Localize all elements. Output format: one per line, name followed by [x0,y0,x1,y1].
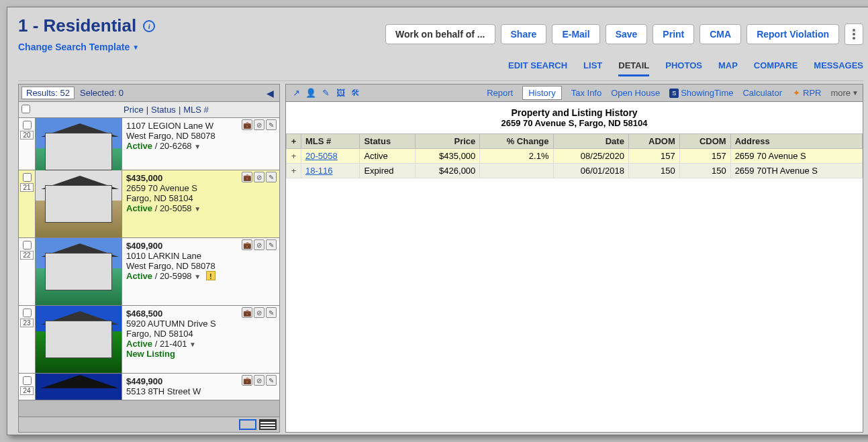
report-tab[interactable]: Report [487,88,513,98]
expand-row-icon[interactable]: + [287,164,301,178]
tab-photos[interactable]: PHOTOS [665,60,702,76]
listing-thumbnail[interactable] [35,374,122,400]
rpr-tab[interactable]: ✦ RPR [791,88,821,98]
block-icon[interactable]: ⊘ [254,172,264,182]
tab-map[interactable]: MAP [718,60,738,76]
caret-down-icon[interactable]: ▼ [189,341,196,348]
listing-address-2: West Fargo, ND 58078 [126,131,275,141]
block-icon[interactable]: ⊘ [254,375,264,386]
col-address[interactable]: Address [730,134,862,149]
view-list-toggle[interactable] [259,419,277,430]
listing-thumbnail[interactable] [35,170,122,237]
external-link-icon[interactable]: ↗ [290,87,302,99]
history-subtitle: 2659 70 Avenue S, Fargo, ND 58104 [286,118,863,128]
history-tab[interactable]: History [522,86,561,100]
save-button[interactable]: Save [606,24,648,44]
share-button[interactable]: Share [501,24,547,44]
change-search-template-link[interactable]: Change Search Template ▼ [18,42,155,52]
listing-address-1: 1010 LARKIN Lane [126,251,275,261]
open-house-tab[interactable]: Open House [611,88,660,98]
tax-info-tab[interactable]: Tax Info [571,88,602,98]
briefcase-icon[interactable]: 💼 [242,307,252,318]
briefcase-icon[interactable]: 💼 [242,239,252,250]
cma-button[interactable]: CMA [700,24,741,44]
email-button[interactable]: E-Mail [552,24,599,44]
block-icon[interactable]: ⊘ [254,307,264,318]
user-icon[interactable]: 👤 [305,87,317,99]
alert-icon[interactable]: ! [206,271,215,280]
briefcase-icon[interactable]: 💼 [242,119,252,130]
select-all-checkbox[interactable] [21,105,30,113]
col-mls[interactable]: MLS # [301,134,360,149]
list-index-badge: 23 [20,319,33,327]
list-item-checkbox[interactable] [23,241,32,250]
list-item-checkbox[interactable] [23,376,32,385]
sort-price[interactable]: Price [124,105,144,115]
list-item[interactable]: 21 💼 ⊘ ✎ $435,000 2659 70 Avenue S Fargo… [19,170,279,238]
edit-icon[interactable]: ✎ [320,87,332,99]
col-status[interactable]: Status [360,134,415,149]
listing-mls: 20-5058 [160,203,192,213]
sort-mls[interactable]: MLS # [183,105,209,115]
results-scroll[interactable]: 20 💼 ⊘ ✎ 1107 LEGION Lane W West Fargo, … [19,118,279,417]
cell-address: 2659 70TH Avenue S [730,164,862,178]
caret-down-icon[interactable]: ▼ [194,273,201,280]
sort-status[interactable]: Status [151,105,176,115]
list-item[interactable]: 22 💼 ⊘ ✎ $409,900 1010 LARKIN Lane West … [19,238,279,306]
col-date[interactable]: Date [553,134,628,149]
tab-messages[interactable]: MESSAGES [814,60,863,76]
more-actions-button[interactable] [845,23,863,45]
col-price[interactable]: Price [415,134,480,149]
tab-edit-search[interactable]: EDIT SEARCH [508,60,567,76]
calculator-tab[interactable]: Calculator [742,88,782,98]
note-icon[interactable]: ✎ [266,375,277,386]
col-cdom[interactable]: CDOM [679,134,730,149]
print-button[interactable]: Print [653,24,694,44]
briefcase-icon[interactable]: 💼 [242,172,252,182]
list-item-checkbox[interactable] [23,309,32,317]
tab-compare[interactable]: COMPARE [754,60,798,76]
dot-icon [853,33,855,36]
list-item-checkbox[interactable] [23,121,32,129]
note-icon[interactable]: ✎ [266,239,277,250]
tab-list[interactable]: LIST [583,60,602,76]
results-count[interactable]: Results: 52 [21,87,75,99]
list-item[interactable]: 24 💼 ⊘ ✎ $449,900 5513 8TH Street W [19,374,279,400]
table-row[interactable]: + 20-5058 Active $435,000 2.1% 08/25/202… [287,149,863,164]
block-icon[interactable]: ⊘ [254,239,264,250]
photo-icon[interactable]: 🖼 [334,87,346,99]
collapse-panel-icon[interactable]: ◀ [264,88,277,99]
col-pct-change[interactable]: % Change [480,134,553,149]
table-row[interactable]: + 18-116 Expired $426,000 06/01/2018 150… [287,164,863,178]
separator: / [155,271,160,281]
view-card-toggle[interactable] [239,419,256,430]
list-item-checkbox[interactable] [23,173,32,182]
briefcase-icon[interactable]: 💼 [242,375,252,386]
expand-row-icon[interactable]: + [287,149,301,164]
mls-link[interactable]: 20-5058 [305,151,338,161]
tab-detail[interactable]: DETAIL [618,60,649,76]
tools-icon[interactable]: 🛠 [349,87,361,99]
listing-thumbnail[interactable] [35,306,122,373]
mls-link[interactable]: 18-116 [305,166,332,176]
block-icon[interactable]: ⊘ [254,119,264,130]
info-icon[interactable]: i [143,20,155,32]
work-on-behalf-button[interactable]: Work on behalf of ... [385,24,495,44]
note-icon[interactable]: ✎ [266,172,277,182]
note-icon[interactable]: ✎ [266,307,277,318]
col-adom[interactable]: ADOM [628,134,679,149]
showingtime-tab[interactable]: S ShowingTime [669,88,733,98]
caret-down-icon[interactable]: ▼ [194,205,201,213]
col-expand[interactable]: + [287,134,301,149]
caret-down-icon[interactable]: ▼ [194,143,201,150]
report-violation-button[interactable]: Report Violation [746,24,839,44]
note-icon[interactable]: ✎ [266,119,277,130]
listing-mls: 20-6268 [160,141,192,151]
list-item[interactable]: 20 💼 ⊘ ✎ 1107 LEGION Lane W West Fargo, … [19,118,279,170]
listing-status: Active [126,141,152,151]
list-item[interactable]: 23 💼 ⊘ ✎ $468,500 5920 AUTUMN Drive S Fa… [19,306,279,374]
cell-cdom: 150 [679,164,730,178]
listing-thumbnail[interactable] [35,238,122,305]
selected-count[interactable]: Selected: 0 [80,88,124,98]
more-dropdown[interactable]: more ▼ [830,88,859,98]
